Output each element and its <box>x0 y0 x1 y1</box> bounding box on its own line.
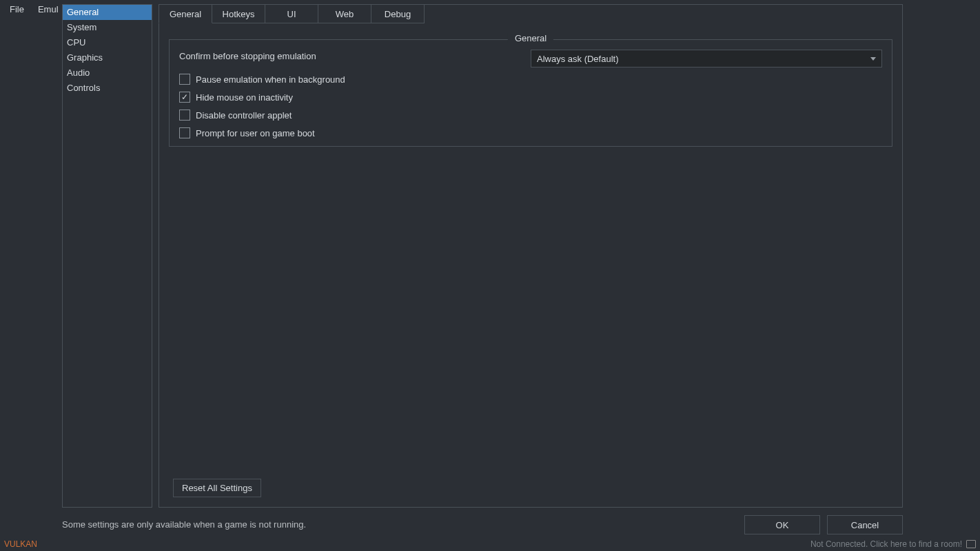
settings-content: General Hotkeys UI Web Debug General Con… <box>159 4 903 508</box>
settings-dialog: General System CPU Graphics Audio Contro… <box>62 4 904 539</box>
sidebar-item-graphics[interactable]: Graphics <box>63 50 152 65</box>
sidebar-item-general[interactable]: General <box>63 5 152 20</box>
statusbar: VULKAN Not Connected. Click here to find… <box>0 537 980 551</box>
tab-hotkeys[interactable]: Hotkeys <box>212 4 265 23</box>
check-label: Pause emulation when in background <box>196 74 345 85</box>
settings-sidebar: General System CPU Graphics Audio Contro… <box>62 4 152 508</box>
check-disable-controller-applet[interactable]: Disable controller applet <box>179 106 882 124</box>
footer-note: Some settings are only available when a … <box>62 519 306 530</box>
check-label: Prompt for user on game boot <box>196 128 315 138</box>
groupbox-title: General <box>508 33 553 43</box>
checkbox-icon <box>179 74 190 85</box>
checkbox-icon: ✓ <box>179 92 190 103</box>
ok-button[interactable]: OK <box>744 515 820 534</box>
status-room[interactable]: Not Connected. Click here to find a room… <box>810 539 976 549</box>
menu-emul[interactable]: Emul <box>31 1 65 17</box>
sidebar-item-audio[interactable]: Audio <box>63 65 152 81</box>
menubar: File Emul <box>0 0 68 18</box>
check-hide-mouse[interactable]: ✓ Hide mouse on inactivity <box>179 88 882 106</box>
sidebar-item-cpu[interactable]: CPU <box>63 35 152 50</box>
sidebar-item-system[interactable]: System <box>63 20 152 35</box>
cancel-button[interactable]: Cancel <box>827 515 903 534</box>
check-label: Disable controller applet <box>196 110 292 121</box>
confirm-stop-select[interactable]: Always ask (Default) <box>531 50 882 67</box>
tab-web[interactable]: Web <box>318 4 371 23</box>
checkbox-icon <box>179 110 190 121</box>
chevron-down-icon <box>870 57 876 61</box>
checkbox-icon <box>179 127 190 138</box>
tab-debug[interactable]: Debug <box>371 4 425 23</box>
confirm-stop-value: Always ask (Default) <box>537 54 618 64</box>
menu-file[interactable]: File <box>3 1 31 17</box>
tab-bar: General Hotkeys UI Web Debug <box>159 4 424 23</box>
reset-all-settings-button[interactable]: Reset All Settings <box>173 479 261 497</box>
tab-general[interactable]: General <box>159 4 212 23</box>
groupbox-general: General Confirm before stopping emulatio… <box>169 39 892 147</box>
check-label: Hide mouse on inactivity <box>196 92 293 103</box>
sidebar-item-controls[interactable]: Controls <box>63 81 152 96</box>
status-renderer[interactable]: VULKAN <box>4 539 37 549</box>
check-pause-background[interactable]: Pause emulation when in background <box>179 70 882 88</box>
room-icon <box>966 540 976 548</box>
check-prompt-user-boot[interactable]: Prompt for user on game boot <box>179 124 882 142</box>
tab-ui[interactable]: UI <box>265 4 318 23</box>
